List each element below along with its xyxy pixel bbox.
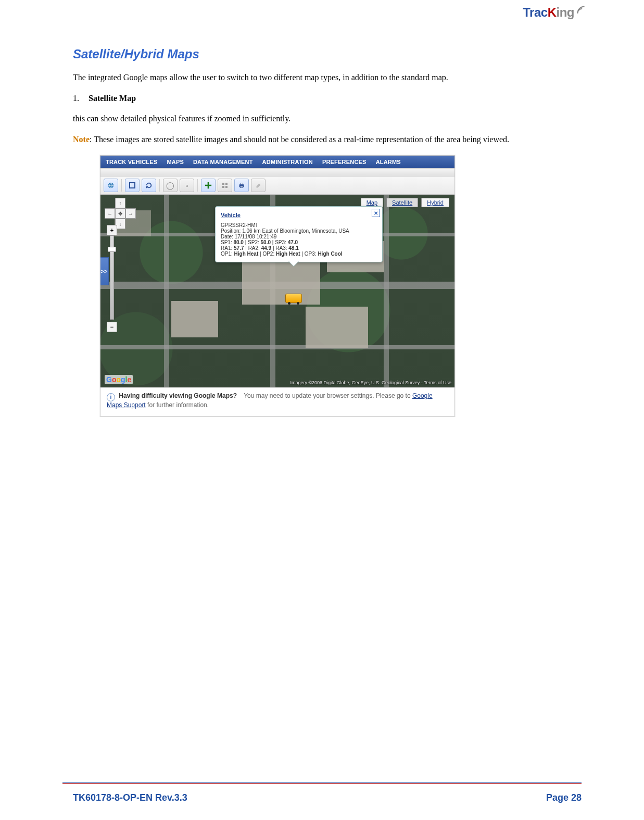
print-icon[interactable] <box>234 179 249 192</box>
popup-op-row: OP1: High Heat | OP2: High Heat | OP3: H… <box>221 251 377 257</box>
svg-rect-1 <box>130 183 135 188</box>
pan-left-button[interactable]: ← <box>105 208 115 219</box>
signal-icon <box>575 4 587 18</box>
pan-center-button[interactable]: ✥ <box>115 208 125 219</box>
popup-ra-row: RA1: 57.7 | RA2: 44.9 | RA3: 48.1 <box>221 245 377 251</box>
list-item-1-note: Note: These images are stored satellite … <box>73 134 582 145</box>
grid-icon[interactable] <box>218 179 232 192</box>
svg-rect-3 <box>225 183 228 185</box>
menu-preferences[interactable]: PREFERENCES <box>322 159 367 165</box>
disabled-tool-2-icon[interactable]: ▫ <box>180 179 194 192</box>
app-menubar: TRACK VEHICLES MAPS DATA MANAGEMENT ADMI… <box>100 156 454 168</box>
maps-help-strip: i Having difficulty viewing Google Maps?… <box>100 387 454 416</box>
refresh-icon[interactable] <box>142 179 156 192</box>
zoom-in-button[interactable]: + <box>107 225 117 235</box>
menu-track-vehicles[interactable]: TRACK VEHICLES <box>106 159 157 165</box>
expand-left-panel[interactable]: >> <box>100 257 109 285</box>
erase-icon[interactable] <box>251 179 266 192</box>
footer-page: Page 28 <box>546 792 582 803</box>
map-canvas[interactable]: >> ↑ ← ✥ → ↓ + − Map Satellite <box>100 195 454 387</box>
maptype-satellite[interactable]: Satellite <box>386 198 418 207</box>
help-text-2: for further information. <box>147 401 209 409</box>
imagery-attribution: Imagery ©2006 DigitalGlobe, GeoEye, U.S.… <box>290 380 451 385</box>
note-text: : These images are stored satellite imag… <box>90 135 509 144</box>
svg-rect-7 <box>240 183 243 185</box>
zoom-slider-handle[interactable] <box>108 247 116 252</box>
menu-data-management[interactable]: DATA MANAGEMENT <box>193 159 253 165</box>
help-text-1: You may need to update your browser sett… <box>244 392 412 399</box>
page-footer: TK60178-8-OP-EN Rev.3.3 Page 28 <box>73 792 582 803</box>
google-logo: Google <box>105 375 133 384</box>
list-item-1: 1. Satellite Map <box>73 93 582 104</box>
svg-rect-5 <box>225 186 228 188</box>
menu-administration[interactable]: ADMINISTRATION <box>262 159 313 165</box>
info-icon: i <box>107 393 115 401</box>
footer-page-number: 28 <box>571 792 582 803</box>
list-title: Satellite Map <box>89 94 136 103</box>
svg-rect-2 <box>222 183 224 185</box>
vehicle-info-popup: ✕ Vehicle GPRSSR2-HMI Position: 1.06 km … <box>215 206 383 262</box>
list-item-1-desc: this can show detailed physical features… <box>73 113 582 124</box>
toolbar: ◯ ▫ <box>100 176 454 195</box>
popup-title: Vehicle <box>221 212 377 218</box>
maptype-hybrid[interactable]: Hybrid <box>421 198 449 207</box>
popup-close-icon[interactable]: ✕ <box>372 209 380 217</box>
zoom-out-button[interactable]: − <box>107 322 117 332</box>
toolbar-upper-strip <box>100 168 454 176</box>
pan-up-button[interactable]: ↑ <box>115 198 125 208</box>
footer-rule <box>62 782 582 784</box>
help-question: Having difficulty viewing Google Maps? <box>119 392 237 399</box>
popup-date: Date: 17/11/08 10:21:49 <box>221 234 377 239</box>
brand-part-ing: ing <box>557 5 575 19</box>
svg-rect-8 <box>240 186 243 188</box>
svg-rect-4 <box>222 186 224 188</box>
note-label: Note <box>73 135 90 144</box>
intro-text: The integrated Google maps allow the use… <box>73 72 582 83</box>
menu-alarms[interactable]: ALARMS <box>376 159 401 165</box>
globe-icon[interactable] <box>104 179 118 192</box>
brand-part-k: K <box>548 5 557 19</box>
pan-right-button[interactable]: → <box>125 208 136 219</box>
center-icon[interactable] <box>201 179 216 192</box>
fit-all-icon[interactable] <box>125 179 140 192</box>
brand-logo: TracKing <box>523 5 587 20</box>
brand-part-trac: Trac <box>523 5 547 19</box>
app-screenshot: TRACK VEHICLES MAPS DATA MANAGEMENT ADMI… <box>100 155 455 417</box>
disabled-tool-1-icon[interactable]: ◯ <box>163 179 178 192</box>
popup-sp-row: SP1: 80.0 | SP2: 50.0 | SP3: 47.0 <box>221 239 377 245</box>
vehicle-marker-icon[interactable] <box>285 294 302 303</box>
list-number: 1. <box>73 93 86 104</box>
pan-control: ↑ ← ✥ → ↓ <box>105 198 136 229</box>
popup-vehicle-id: GPRSSR2-HMI <box>221 222 377 228</box>
footer-page-label: Page <box>546 792 571 803</box>
footer-doc-id: TK60178-8-OP-EN Rev.3.3 <box>73 792 187 803</box>
menu-maps[interactable]: MAPS <box>167 159 184 165</box>
section-heading: Satellite/Hybrid Maps <box>73 47 582 61</box>
popup-position: Position: 1.06 km East of Bloomington, M… <box>221 228 377 234</box>
